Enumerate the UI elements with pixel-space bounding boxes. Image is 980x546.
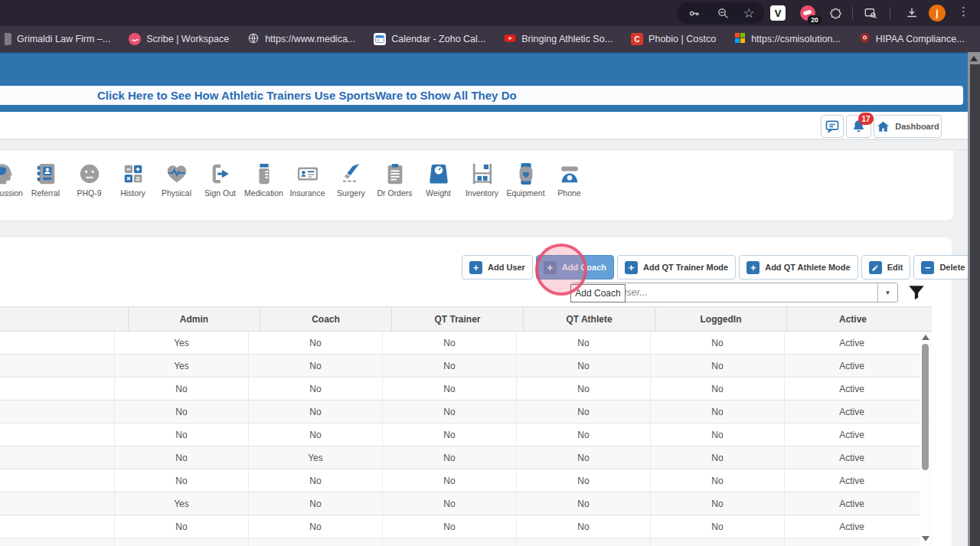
nav-item-history[interactable]: History [111, 162, 155, 198]
phone-icon [558, 162, 581, 185]
extensions-puzzle-icon[interactable] [828, 6, 842, 20]
drorders-icon [384, 162, 407, 185]
table-row[interactable]: YesNoNoNoNoActive [0, 355, 932, 378]
scroll-up-icon[interactable] [922, 335, 929, 340]
table-scrollbar[interactable] [920, 332, 931, 546]
microsoft-favicon [734, 32, 746, 46]
nav-item-inventory[interactable]: Inventory [460, 162, 504, 198]
add-coach-button[interactable]: + Add Coach [536, 255, 614, 280]
add-user-button[interactable]: + Add User [462, 255, 533, 280]
bookmark-scribe[interactable]: Scribe | Workspace [119, 33, 238, 45]
add-qt-trainer-button[interactable]: + Add QT Trainer Mode [617, 255, 736, 280]
nav-item-medication[interactable]: Medication [242, 162, 286, 198]
bookmark-medica[interactable]: https://www.medica... [238, 32, 364, 47]
bookmark-star-icon[interactable]: ☆ [742, 6, 756, 20]
plus-icon: + [625, 261, 638, 274]
profile-avatar[interactable]: j [929, 5, 946, 21]
delete-button[interactable]: − Delete [913, 255, 972, 280]
bookmark-hipaa[interactable]: HIPAA Compliance... [850, 32, 974, 46]
module-nav-row: Concussion Referral PHQ-9 History Physic [0, 150, 953, 198]
bookmark-zoho-calendar[interactable]: Calendar - Zoho Cal... [364, 33, 495, 45]
table-row[interactable]: YesNoNoNoNoActive [0, 538, 932, 546]
dashboard-button[interactable]: Dashboard [874, 115, 942, 138]
promo-banner[interactable]: Click Here to See How Athletic Trainers … [0, 86, 963, 105]
youtube-favicon [504, 32, 516, 47]
tab-search-icon[interactable] [864, 6, 877, 20]
browser-menu-icon[interactable]: ⋮ [958, 5, 969, 18]
minus-icon: − [921, 261, 934, 274]
column-header-qt-trainer[interactable]: QT Trainer [392, 307, 524, 331]
table-row[interactable]: NoNoNoNoNoActive [0, 423, 932, 446]
messages-button[interactable] [821, 115, 844, 138]
zoom-out-icon[interactable] [716, 6, 730, 20]
column-header-coach[interactable]: Coach [260, 307, 392, 331]
nav-item-concussion[interactable]: Concussion [0, 162, 24, 198]
column-header-loggedin[interactable]: LoggedIn [655, 307, 787, 331]
table-body: YesNoNoNoNoActive YesNoNoNoNoActive NoNo… [0, 332, 932, 546]
column-header-name[interactable] [0, 307, 129, 331]
nav-item-phone[interactable]: Phone [547, 162, 591, 198]
home-icon [876, 119, 890, 134]
nav-item-surgery[interactable]: Surgery [329, 162, 373, 198]
scribe-favicon [129, 33, 141, 45]
browser-toolbar: ☆ V 20 j ⋮ [0, 0, 980, 26]
browser-scrollbar[interactable] [968, 52, 980, 546]
inventory-icon [471, 162, 494, 185]
calendar-favicon [374, 33, 386, 45]
browser-window: ☆ V 20 j ⋮ Grimaldi Law Firm –... Scribe… [0, 0, 980, 546]
physical-icon [165, 162, 188, 185]
history-icon [122, 162, 145, 185]
dropdown-arrow-icon[interactable]: ▼ [877, 283, 897, 302]
bookmarks-bar: Grimaldi Law Firm –... Scribe | Workspac… [0, 26, 980, 52]
password-key-icon[interactable] [687, 6, 701, 20]
browser-scroll-up-icon[interactable] [970, 56, 978, 61]
users-table: Admin Coach QT Trainer QT Athlete Logged… [0, 306, 932, 546]
nav-item-physical[interactable]: Physical [155, 162, 198, 198]
insurance-icon [296, 162, 319, 185]
page-content: Click Here to See How Athletic Trainers … [0, 52, 980, 546]
edit-button[interactable]: Edit [861, 255, 911, 280]
column-header-qt-athlete[interactable]: QT Athlete [524, 307, 655, 331]
downloads-icon[interactable] [905, 6, 919, 20]
weight-icon [427, 162, 450, 185]
scroll-down-icon[interactable] [922, 536, 929, 541]
dashboard-label: Dashboard [895, 122, 939, 131]
nav-item-insurance[interactable]: Insurance [286, 162, 329, 198]
bookmark-youtube[interactable]: Bringing Athletic So... [495, 32, 622, 47]
bookmark-chatgpt[interactable]: ChatGPT [974, 32, 980, 47]
column-header-active[interactable]: Active [787, 307, 919, 331]
nav-item-weight[interactable]: Weight [416, 162, 460, 198]
nav-item-referral[interactable]: Referral [24, 162, 67, 198]
table-row[interactable]: YesNoNoNoNoActive [0, 492, 932, 515]
filter-funnel-icon[interactable] [906, 283, 926, 302]
surgery-icon [340, 162, 363, 185]
add-coach-tooltip: Add Coach [570, 284, 626, 302]
phq9-icon [78, 162, 101, 185]
toolbar-separator [890, 7, 890, 19]
page-toolbar-row: 17 Dashboard [0, 112, 968, 139]
nav-item-signout[interactable]: Sign Out [198, 162, 242, 198]
plus-icon: + [746, 261, 760, 274]
nav-item-drorders[interactable]: Dr Orders [373, 162, 416, 198]
table-row[interactable]: NoNoNoNoNoActive [0, 401, 932, 423]
table-row[interactable]: NoNoNoNoNoActive [0, 378, 932, 401]
bookmark-phobio[interactable]: C Phobio | Costco [622, 33, 725, 45]
bookmark-csmi[interactable]: https://csmisolution... [725, 32, 850, 46]
table-row[interactable]: NoYesNoNoNoActive [0, 446, 932, 469]
table-scrollbar-thumb[interactable] [922, 344, 929, 470]
table-row[interactable]: NoNoNoNoNoActive [0, 515, 932, 538]
nav-item-equipment[interactable]: Equipment [504, 162, 547, 198]
browser-scrollbar-thumb[interactable] [970, 64, 980, 546]
bookmark-favicon [5, 33, 11, 45]
column-header-admin[interactable]: Admin [129, 307, 260, 331]
table-header-row: Admin Coach QT Trainer QT Athlete Logged… [0, 306, 932, 332]
table-row[interactable]: NoNoNoNoNoActive [0, 469, 932, 492]
add-qt-athlete-button[interactable]: + Add QT Athlete Mode [739, 255, 858, 280]
nav-item-phq9[interactable]: PHQ-9 [67, 162, 111, 198]
v-extension-icon[interactable]: V [770, 5, 786, 21]
table-row[interactable]: YesNoNoNoNoActive [0, 332, 932, 355]
notification-count-badge: 17 [858, 113, 874, 125]
bookmark-grimaldi[interactable]: Grimaldi Law Firm –... [0, 33, 119, 45]
user-actions-row: + Add User + Add Coach + Add QT Trainer … [462, 255, 972, 280]
extension-badge: 20 [808, 15, 822, 25]
